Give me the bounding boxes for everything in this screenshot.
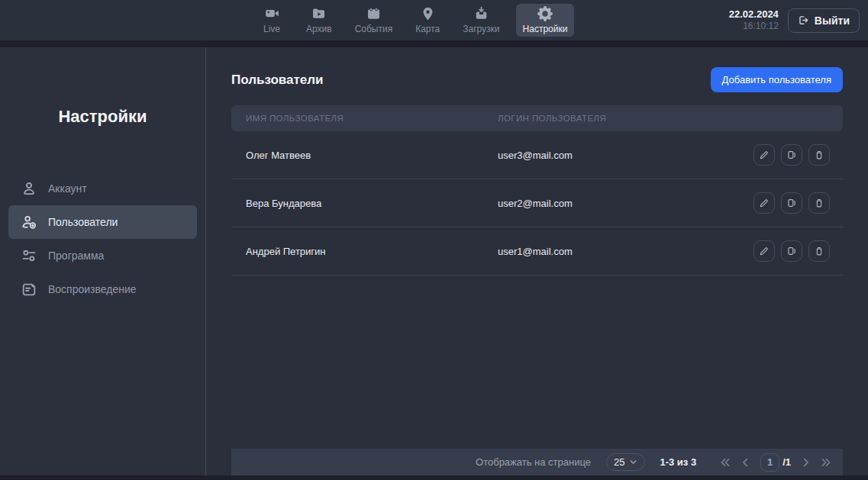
nav-item-settings[interactable]: Настройки: [516, 4, 575, 37]
double-chevron-right-icon: [821, 457, 832, 468]
copy-user-button[interactable]: [781, 240, 802, 262]
datetime: 22.02.2024 16:10:12: [729, 8, 779, 32]
user-name: Вера Бундарева: [246, 198, 498, 209]
sidebar-title: Настройки: [0, 107, 205, 127]
trash-icon: [814, 150, 824, 160]
copy-icon: [786, 150, 797, 160]
logout-label: Выйти: [815, 14, 850, 27]
users-icon: [21, 214, 37, 230]
settings-sidebar: Настройки Аккаунт Пользователи Программа: [0, 47, 206, 475]
double-chevron-left-icon: [719, 457, 731, 468]
chevron-right-icon: [801, 457, 811, 468]
calendar-icon: [366, 6, 382, 21]
table-row: Вера Бундарева user2@mail.com: [231, 179, 843, 227]
sidebar-item-users[interactable]: Пользователи: [8, 205, 197, 239]
pencil-icon: [759, 198, 770, 208]
user-login: user2@mail.com: [498, 198, 741, 209]
sidebar-menu: Аккаунт Пользователи Программа Воспроизв…: [0, 172, 205, 306]
user-login: user3@mail.com: [498, 150, 741, 161]
trash-icon: [814, 198, 824, 208]
frame-strip-bottom: [0, 475, 868, 480]
sliders-icon: [21, 247, 37, 264]
nav-item-archive[interactable]: Архив: [299, 4, 339, 37]
pencil-icon: [759, 150, 770, 160]
nav-item-label: Архив: [306, 24, 332, 34]
logout-icon: [798, 14, 809, 26]
row-actions: [741, 240, 830, 262]
pagination-bar: Отображать на странице 25 1-3 из 3 1 /1: [231, 449, 843, 475]
total-pages-label: /1: [782, 456, 791, 468]
sidebar-item-label: Аккаунт: [48, 182, 87, 195]
user-login: user1@mail.com: [498, 246, 741, 257]
page-title: Пользователи: [231, 72, 324, 88]
current-date: 22.02.2024: [729, 8, 779, 21]
table-row: Олег Матвеев user3@mail.com: [231, 131, 843, 179]
trash-icon: [814, 246, 824, 256]
nav-item-label: Загрузки: [463, 24, 499, 34]
main-nav: Live Архив События Карта Загрузки: [253, 0, 574, 40]
edit-user-button[interactable]: [753, 144, 775, 166]
sidebar-item-label: Программа: [48, 250, 104, 262]
per-page-label: Отображать на странице: [476, 456, 591, 468]
edit-user-button[interactable]: [753, 192, 775, 214]
current-time: 16:10:12: [729, 21, 779, 32]
table-header: ИМЯ ПОЛЬЗОВАТЕЛЯ ЛОГИН ПОЛЬЗОВАТЕЛЯ: [231, 105, 843, 131]
nav-item-downloads[interactable]: Загрузки: [456, 4, 506, 37]
sidebar-item-label: Воспроизведение: [48, 283, 137, 295]
column-header-login: ЛОГИН ПОЛЬЗОВАТЕЛЯ: [498, 114, 741, 123]
map-pin-icon: [420, 6, 436, 21]
nav-item-label: События: [355, 24, 393, 34]
users-panel: Пользователи Добавить пользователя ИМЯ П…: [206, 47, 868, 475]
nav-item-map[interactable]: Карта: [408, 4, 447, 37]
next-page-button[interactable]: [801, 457, 811, 468]
column-header-name: ИМЯ ПОЛЬЗОВАТЕЛЯ: [246, 114, 498, 123]
user-name: Андрей Петригин: [246, 246, 498, 257]
topbar-right: 22.02.2024 16:10:12 Выйти: [729, 0, 860, 40]
last-page-button[interactable]: [821, 457, 832, 468]
sidebar-item-program[interactable]: Программа: [8, 239, 197, 272]
add-user-button[interactable]: Добавить пользователя: [711, 67, 843, 92]
copy-icon: [786, 246, 797, 256]
user-name: Олег Матвеев: [246, 150, 498, 161]
account-icon: [21, 180, 37, 197]
chevron-left-icon: [741, 457, 750, 468]
nav-item-events[interactable]: События: [348, 4, 400, 37]
sidebar-item-account[interactable]: Аккаунт: [8, 172, 197, 205]
first-page-button[interactable]: [719, 457, 731, 468]
nav-item-label: Настройки: [523, 24, 568, 34]
panel-header: Пользователи Добавить пользователя: [231, 67, 843, 92]
edit-user-button[interactable]: [753, 240, 775, 262]
top-navbar: Live Архив События Карта Загрузки: [0, 0, 868, 40]
pager: 1 /1: [719, 453, 832, 472]
delete-user-button[interactable]: [808, 240, 830, 262]
camera-icon: [264, 6, 280, 21]
per-page-select[interactable]: 25: [606, 453, 645, 471]
table-row: Андрей Петригин user1@mail.com: [231, 227, 843, 275]
row-actions: [741, 192, 830, 214]
playback-icon: [21, 281, 37, 298]
per-page-value: 25: [614, 456, 624, 468]
copy-user-button[interactable]: [781, 192, 802, 214]
copy-icon: [786, 198, 797, 208]
nav-item-label: Карта: [415, 24, 440, 34]
logout-button[interactable]: Выйти: [788, 8, 860, 33]
row-actions: [741, 144, 830, 166]
archive-icon: [311, 6, 327, 21]
prev-page-button[interactable]: [741, 457, 750, 468]
nav-item-live[interactable]: Live: [253, 4, 290, 37]
pencil-icon: [759, 246, 770, 256]
content-area: Настройки Аккаунт Пользователи Программа: [0, 47, 868, 475]
copy-user-button[interactable]: [781, 144, 802, 166]
download-icon: [473, 6, 489, 21]
frame-strip-top: [0, 40, 868, 47]
range-label: 1-3 из 3: [660, 456, 696, 468]
gear-icon: [537, 6, 553, 21]
nav-item-label: Live: [263, 24, 280, 34]
sidebar-item-label: Пользователи: [48, 216, 118, 228]
current-page-input[interactable]: 1: [760, 453, 779, 472]
delete-user-button[interactable]: [808, 144, 830, 166]
delete-user-button[interactable]: [808, 192, 830, 214]
chevron-down-icon: [629, 458, 637, 466]
sidebar-item-playback[interactable]: Воспроизведение: [8, 272, 197, 306]
